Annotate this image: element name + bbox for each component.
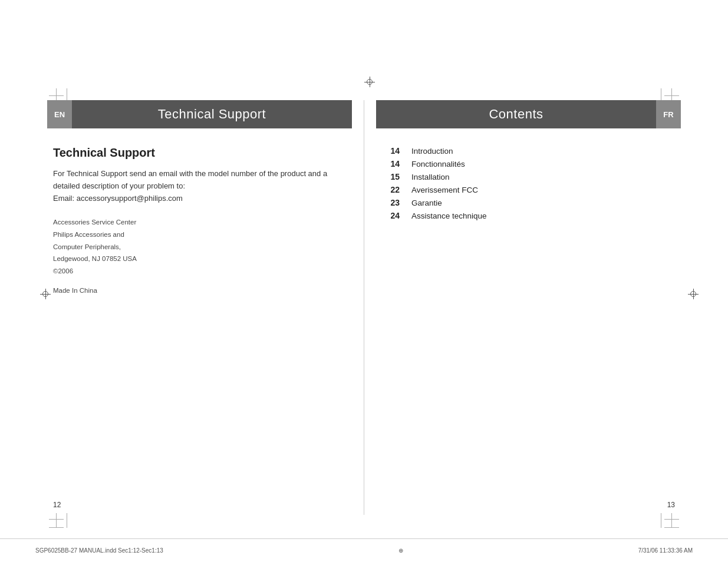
contents-row: 14Fonctionnalités [382, 159, 675, 168]
contents-row: 23Garantie [382, 198, 675, 207]
footer-bar: SGP6025BB-27 MANUAL.indd Sec1:12-Sec1:13… [0, 538, 728, 562]
contents-label: Fonctionnalités [411, 160, 465, 168]
made-in-china: Made In China [53, 287, 346, 294]
crop-mark-bl-v [56, 513, 57, 528]
contents-number: 15 [382, 172, 411, 181]
service-line-4: Ledgewood, NJ 07852 USA [53, 255, 137, 262]
contents-label: Assistance technique [411, 211, 487, 220]
contents-label: Garantie [411, 199, 442, 207]
crop-mark-tl-h [49, 95, 64, 96]
service-info-block: Accessories Service Center Philips Acces… [53, 216, 346, 277]
contents-number: 23 [382, 198, 411, 207]
service-line-3: Computer Peripherals, [53, 243, 121, 250]
contents-row: 24Assistance technique [382, 211, 675, 220]
contents-table: 14Introduction14Fonctionnalités15Install… [382, 146, 675, 220]
contents-number: 14 [382, 159, 411, 168]
left-content: Technical Support For Technical Support … [47, 146, 352, 294]
right-section-title: Contents [376, 100, 656, 128]
top-center-reg-mark [364, 77, 375, 87]
right-header-bar: Contents FR [376, 100, 681, 128]
crop-mark-bl-v2 [67, 513, 67, 528]
service-line-5: ©2006 [53, 267, 73, 275]
contents-number: 22 [382, 185, 411, 194]
left-section-title: Technical Support [72, 100, 352, 128]
contents-row: 14Introduction [382, 146, 675, 156]
contents-row: 15Installation [382, 172, 675, 181]
contents-label: Introduction [411, 147, 453, 156]
page-spread: EN Technical Support Technical Support F… [35, 100, 693, 515]
contents-label: Installation [411, 173, 450, 181]
crop-mark-bl-h [49, 519, 64, 520]
crop-mark-br-h2 [664, 527, 679, 528]
contents-label: Averissement FCC [411, 186, 478, 194]
footer-left-text: SGP6025BB-27 MANUAL.indd Sec1:12-Sec1:13 [35, 547, 163, 554]
left-header-bar: EN Technical Support [47, 100, 352, 128]
contents-area: 14Introduction14Fonctionnalités15Install… [376, 146, 681, 220]
crop-mark-br-v [671, 513, 672, 528]
tech-support-paragraph: For Technical Support send an email with… [53, 168, 346, 204]
tech-support-heading: Technical Support [53, 146, 346, 160]
footer-right-text: 7/31/06 11:33:36 AM [638, 547, 693, 554]
right-page-number: 13 [667, 501, 675, 509]
service-line-2: Philips Accessories and [53, 231, 124, 238]
footer-center-symbol: ⊕ [398, 547, 403, 554]
crop-mark-br-v2 [661, 513, 661, 528]
contents-number: 24 [382, 211, 411, 220]
service-line-1: Accessories Service Center [53, 219, 136, 226]
right-page: Contents FR 14Introduction14Fonctionnali… [364, 100, 693, 515]
email-line: Email: accessorysupport@philips.com [53, 194, 183, 203]
crop-mark-bl-h2 [49, 527, 64, 528]
left-page-number: 12 [53, 501, 61, 509]
fr-badge: FR [656, 100, 681, 128]
contents-row: 22Averissement FCC [382, 185, 675, 194]
en-badge: EN [47, 100, 72, 128]
crop-mark-tr-h [664, 95, 679, 96]
crop-mark-br-h [664, 519, 679, 520]
contents-number: 14 [382, 146, 411, 156]
left-page: EN Technical Support Technical Support F… [35, 100, 364, 515]
